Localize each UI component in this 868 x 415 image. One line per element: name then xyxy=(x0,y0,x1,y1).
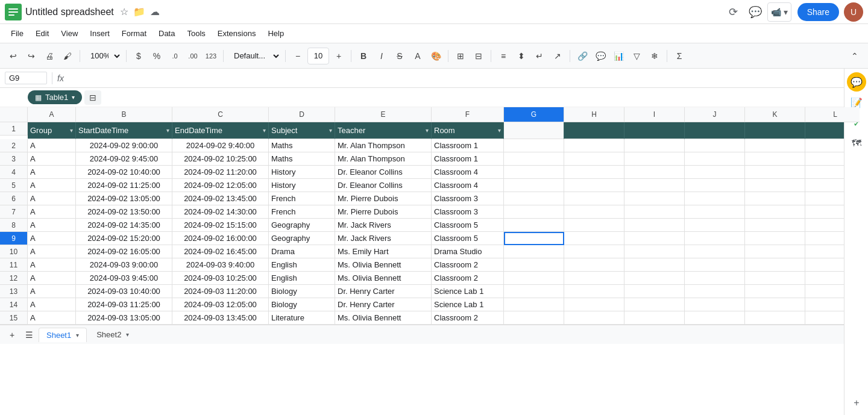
font-size-decrease[interactable]: − xyxy=(289,48,306,64)
wrap-button[interactable]: ↵ xyxy=(531,48,548,64)
col-header-d[interactable]: D xyxy=(269,107,335,122)
cell-j14[interactable] xyxy=(685,298,745,311)
cell-c8[interactable]: 2024-09-02 15:15:00 xyxy=(172,219,269,232)
font-family-select[interactable]: Default... Arial Times New Roman xyxy=(227,48,281,64)
history-icon[interactable]: ⟳ xyxy=(724,2,743,22)
row-num-6[interactable]: 6 xyxy=(0,192,28,205)
valign-button[interactable]: ⬍ xyxy=(513,48,530,64)
cell-e12[interactable]: Ms. Olivia Bennett xyxy=(335,272,432,285)
cell-j8[interactable] xyxy=(685,219,745,232)
cell-b7[interactable]: 2024-09-02 13:50:00 xyxy=(76,205,172,219)
cell-e10[interactable]: Ms. Emily Hart xyxy=(335,245,432,258)
cell-h13[interactable] xyxy=(564,285,624,298)
cell-i7[interactable] xyxy=(624,205,685,219)
cell-i5[interactable] xyxy=(624,179,685,192)
cell-i1[interactable] xyxy=(624,122,685,139)
row-num-8[interactable]: 8 xyxy=(0,219,28,232)
comment-btn[interactable]: 💬 xyxy=(592,48,609,64)
cell-k11[interactable] xyxy=(745,258,805,272)
cell-b5[interactable]: 2024-09-02 11:25:00 xyxy=(76,179,172,192)
cell-i3[interactable] xyxy=(624,152,685,166)
strikethrough-button[interactable]: S xyxy=(391,48,408,64)
cell-i13[interactable] xyxy=(624,285,685,298)
cell-d15[interactable]: Literature xyxy=(269,311,335,325)
cell-h8[interactable] xyxy=(564,219,624,232)
cell-j6[interactable] xyxy=(685,192,745,205)
menu-data[interactable]: Data xyxy=(153,27,181,40)
row-num-4[interactable]: 4 xyxy=(0,166,28,179)
cell-f3[interactable]: Classroom 1 xyxy=(432,152,504,166)
cell-d10[interactable]: Drama xyxy=(269,245,335,258)
cell-c7[interactable]: 2024-09-02 14:30:00 xyxy=(172,205,269,219)
cell-h11[interactable] xyxy=(564,258,624,272)
cell-f6[interactable]: Classroom 3 xyxy=(432,192,504,205)
cell-g2[interactable] xyxy=(504,139,564,152)
cell-j5[interactable] xyxy=(685,179,745,192)
cell-g10[interactable] xyxy=(504,245,564,258)
row-num-10[interactable]: 10 xyxy=(0,245,28,258)
cell-j2[interactable] xyxy=(685,139,745,152)
cell-a8[interactable]: A xyxy=(28,219,76,232)
cell-d12[interactable]: English xyxy=(269,272,335,285)
col-header-g[interactable]: G xyxy=(504,107,564,122)
cell-k7[interactable] xyxy=(745,205,805,219)
cell-g15[interactable] xyxy=(504,311,564,325)
cell-a10[interactable]: A xyxy=(28,245,76,258)
cell-f8[interactable]: Classroom 5 xyxy=(432,219,504,232)
cell-c1[interactable]: EndDateTime ▾ xyxy=(172,122,269,139)
cell-b4[interactable]: 2024-09-02 10:40:00 xyxy=(76,166,172,179)
cell-i2[interactable] xyxy=(624,139,685,152)
cell-h14[interactable] xyxy=(564,298,624,311)
cell-g13[interactable] xyxy=(504,285,564,298)
currency-button[interactable]: $ xyxy=(130,48,147,64)
folder-icon[interactable]: 📁 xyxy=(133,6,145,17)
menu-help[interactable]: Help xyxy=(262,27,290,40)
table-label-pill[interactable]: ▦ Table1 ▾ xyxy=(28,90,82,104)
cell-d7[interactable]: French xyxy=(269,205,335,219)
cell-b14[interactable]: 2024-09-03 11:25:00 xyxy=(76,298,172,311)
cell-b2[interactable]: 2024-09-02 9:00:00 xyxy=(76,139,172,152)
cell-i8[interactable] xyxy=(624,219,685,232)
cell-a14[interactable]: A xyxy=(28,298,76,311)
cell-g6[interactable] xyxy=(504,192,564,205)
cell-j9[interactable] xyxy=(685,232,745,245)
cell-j10[interactable] xyxy=(685,245,745,258)
row-num-9[interactable]: 9 xyxy=(0,232,28,245)
borders-button[interactable]: ⊞ xyxy=(452,48,469,64)
cell-f2[interactable]: Classroom 1 xyxy=(432,139,504,152)
cell-k14[interactable] xyxy=(745,298,805,311)
cell-c10[interactable]: 2024-09-02 16:45:00 xyxy=(172,245,269,258)
menu-extensions[interactable]: Extensions xyxy=(212,27,262,40)
font-size-input[interactable] xyxy=(307,48,329,64)
comment-icon[interactable]: 💬 xyxy=(746,2,765,22)
cell-k12[interactable] xyxy=(745,272,805,285)
cell-k5[interactable] xyxy=(745,179,805,192)
cell-a4[interactable]: A xyxy=(28,166,76,179)
cell-j11[interactable] xyxy=(685,258,745,272)
cell-c15[interactable]: 2024-09-03 13:45:00 xyxy=(172,311,269,325)
cell-i11[interactable] xyxy=(624,258,685,272)
sidebar-maps-icon[interactable]: 🗺 xyxy=(847,134,866,153)
collapse-toolbar-button[interactable]: ⌃ xyxy=(846,48,863,64)
cell-k2[interactable] xyxy=(745,139,805,152)
cell-d13[interactable]: Biology xyxy=(269,285,335,298)
cell-g3[interactable] xyxy=(504,152,564,166)
cell-a11[interactable]: A xyxy=(28,258,76,272)
sidebar-expand-icon[interactable]: + xyxy=(847,393,866,413)
cell-b11[interactable]: 2024-09-03 9:00:00 xyxy=(76,258,172,272)
row-num-1[interactable]: 1 xyxy=(0,122,28,136)
cell-e11[interactable]: Ms. Olivia Bennett xyxy=(335,258,432,272)
cell-d14[interactable]: Biology xyxy=(269,298,335,311)
cell-a9[interactable]: A xyxy=(28,232,76,245)
cell-d8[interactable]: Geography xyxy=(269,219,335,232)
cell-h4[interactable] xyxy=(564,166,624,179)
percent-button[interactable]: % xyxy=(148,48,165,64)
cell-b9[interactable]: 2024-09-02 15:20:00 xyxy=(76,232,172,245)
cloud-icon[interactable]: ☁ xyxy=(150,6,160,17)
cell-e15[interactable]: Ms. Olivia Bennett xyxy=(335,311,432,325)
cell-a2[interactable]: A xyxy=(28,139,76,152)
cell-f13[interactable]: Science Lab 1 xyxy=(432,285,504,298)
row-num-3[interactable]: 3 xyxy=(0,152,28,166)
cell-c9[interactable]: 2024-09-02 16:00:00 xyxy=(172,232,269,245)
cell-b6[interactable]: 2024-09-02 13:05:00 xyxy=(76,192,172,205)
